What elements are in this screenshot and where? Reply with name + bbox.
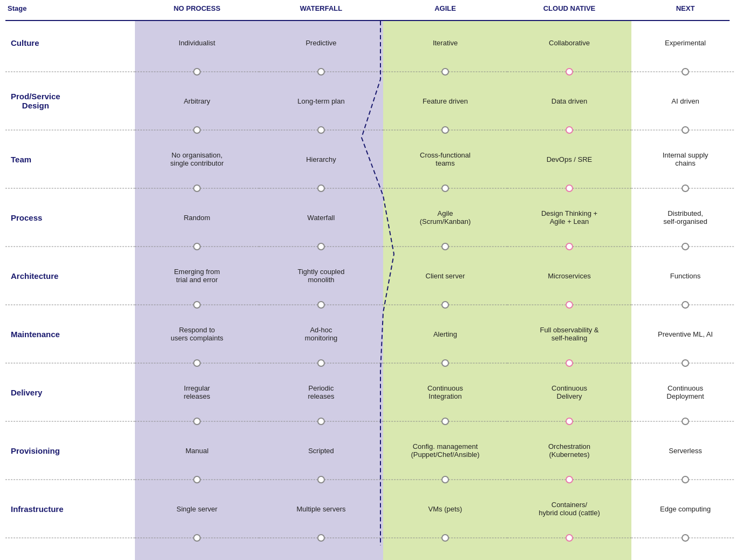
data-row-0: CultureIndividualistPredictiveIterativeC…: [5, 21, 730, 64]
sep-cell-4-5: [631, 297, 735, 312]
cell-2-1: Hierarchy: [259, 138, 383, 181]
data-row-6: DeliveryIrregular releasesPeriodic relea…: [5, 371, 730, 414]
cell-1-3: Data driven: [507, 79, 631, 122]
cell-3-4: Distributed, self-organised: [631, 196, 735, 239]
goal-marker-5: [566, 359, 573, 367]
sep-cell-0-2: [259, 64, 383, 79]
cell-7-3: Orchestration (Kubernetes): [507, 429, 631, 472]
current-marker-5: [682, 359, 689, 367]
sep-cell-4-3: [383, 297, 507, 312]
main-content: CultureIndividualistPredictiveIterativeC…: [5, 21, 730, 560]
sep-cell-5-3: [383, 356, 507, 371]
current-marker-0: [317, 68, 325, 76]
sep-cell-1-5: [631, 122, 735, 138]
current-marker-1: [317, 126, 325, 134]
sep-cell-0-5: [631, 64, 735, 79]
cell-2-2: Cross-functional teams: [383, 138, 507, 181]
current-marker-8: [317, 534, 325, 542]
current-marker-2: [193, 185, 201, 192]
sep-cell-1-4: [507, 122, 631, 138]
sep-row-6: [5, 414, 730, 429]
data-row-1: Prod/Service DesignArbitraryLong-term pl…: [5, 79, 730, 122]
current-marker-7: [682, 476, 689, 483]
sep-cell-5-2: [259, 356, 383, 371]
current-marker-2: [317, 185, 325, 192]
goal-marker-0: [566, 68, 573, 76]
current-marker-3: [193, 243, 201, 250]
header-next: NEXT: [631, 0, 735, 17]
current-marker-6: [317, 418, 325, 425]
data-row-4: ArchitectureEmerging from trial and erro…: [5, 254, 730, 297]
data-row-7: ProvisioningManualScriptedConfig. manage…: [5, 429, 730, 472]
sep-cell-4-1: [135, 297, 259, 312]
stage-label-7: Provisioning: [5, 429, 135, 472]
sep-cell-5-1: [135, 356, 259, 371]
current-marker-6: [193, 418, 201, 425]
cell-2-0: No organisation, single contributor: [135, 138, 259, 181]
current-marker-7: [317, 476, 325, 483]
data-row-5: MaintenanceRespond to users complaintsAd…: [5, 312, 730, 356]
sep-row-0: [5, 64, 730, 79]
data-row-3: ProcessRandomWaterfallAgile (Scrum/Kanba…: [5, 196, 730, 239]
stage-label-0: Culture: [5, 21, 135, 64]
cell-8-0: Single server: [135, 487, 259, 530]
goal-marker-6: [566, 418, 573, 425]
cell-4-2: Client server: [383, 254, 507, 297]
header-row: Stage NO PROCESS WATERFALL AGILE CLOUD N…: [5, 0, 730, 21]
current-marker-3: [441, 243, 449, 250]
chart-container: Stage NO PROCESS WATERFALL AGILE CLOUD N…: [0, 0, 735, 560]
sep-cell-7-1: [135, 472, 259, 487]
sep-row-4: [5, 297, 730, 312]
cell-6-0: Irregular releases: [135, 371, 259, 414]
cell-8-4: Edge computing: [631, 487, 735, 530]
header-cloudnative: CLOUD NATIVE: [507, 0, 631, 17]
sep-cell-3-5: [631, 239, 735, 254]
cell-0-3: Collaborative: [507, 21, 631, 64]
cell-8-2: VMs (pets): [383, 487, 507, 530]
current-marker-5: [317, 359, 325, 367]
sep-row-7: [5, 472, 730, 487]
sep-cell-7-2: [259, 472, 383, 487]
current-marker-7: [441, 476, 449, 483]
current-marker-4: [317, 301, 325, 309]
sep-cell-6-0: [5, 414, 135, 429]
stage-label-8: Infrastructure: [5, 487, 135, 530]
cell-4-4: Functions: [631, 254, 735, 297]
sep-cell-6-5: [631, 414, 735, 429]
goal-marker-7: [566, 476, 573, 483]
sep-cell-5-0: [5, 356, 135, 371]
sep-cell-7-0: [5, 472, 135, 487]
goal-marker-1: [566, 126, 573, 134]
cell-4-0: Emerging from trial and error: [135, 254, 259, 297]
sep-cell-0-1: [135, 64, 259, 79]
sep-cell-4-0: [5, 297, 135, 312]
sep-cell-8-3: [383, 530, 507, 545]
sep-cell-4-4: [507, 297, 631, 312]
sep-cell-0-0: [5, 64, 135, 79]
sep-cell-2-3: [383, 181, 507, 196]
current-marker-1: [193, 126, 201, 134]
data-row-8: InfrastructureSingle serverMultiple serv…: [5, 487, 730, 530]
header-waterfall: WATERFALL: [259, 0, 383, 17]
cell-7-1: Scripted: [259, 429, 383, 472]
sep-cell-8-2: [259, 530, 383, 545]
stage-label-1: Prod/Service Design: [5, 79, 135, 122]
current-marker-4: [193, 301, 201, 309]
current-marker-4: [441, 301, 449, 309]
cell-1-0: Arbitrary: [135, 79, 259, 122]
stage-label-6: Delivery: [5, 371, 135, 414]
current-marker-0: [441, 68, 449, 76]
sep-row-2: [5, 181, 730, 196]
sep-cell-6-4: [507, 414, 631, 429]
cell-3-2: Agile (Scrum/Kanban): [383, 196, 507, 239]
current-marker-2: [682, 185, 689, 192]
current-marker-1: [682, 126, 689, 134]
sep-row-1: [5, 122, 730, 138]
cell-3-3: Design Thinking + Agile + Lean: [507, 196, 631, 239]
sep-cell-8-5: [631, 530, 735, 545]
sep-cell-7-3: [383, 472, 507, 487]
header-stage: Stage: [5, 0, 135, 17]
cell-1-1: Long-term plan: [259, 79, 383, 122]
header-agile: AGILE: [383, 0, 507, 17]
cell-5-2: Alerting: [383, 312, 507, 356]
